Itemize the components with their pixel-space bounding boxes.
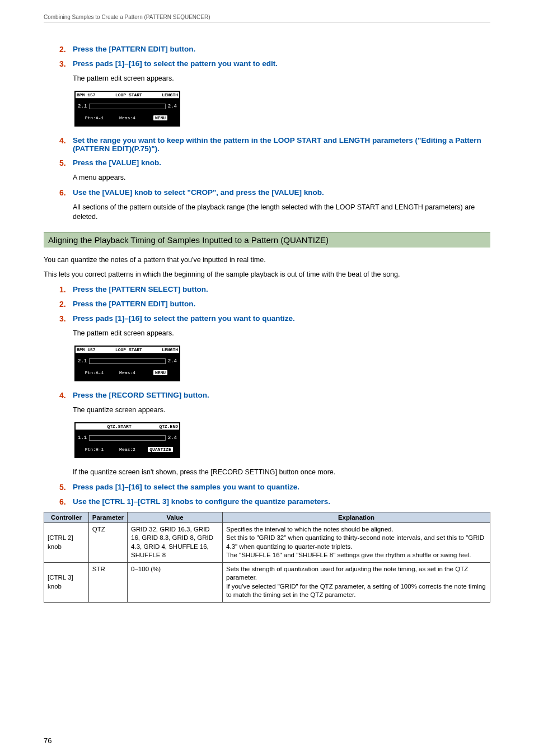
- step4a-post: ).: [155, 144, 160, 153]
- lcd1-ptn: Ptn:A-1: [78, 115, 111, 120]
- table-row: [CTRL 2] knob QTZ GRID 32, GRID 16.3, GR…: [44, 522, 490, 562]
- cell-expl: Sets the strength of quantization used f…: [223, 562, 490, 602]
- step-text: Press the [PATTERN SELECT] button.: [73, 285, 490, 294]
- step-5b: 5. Press pads [1]–[16] to select the sam…: [59, 483, 490, 492]
- step-text: Use the [VALUE] knob to select "CROP", a…: [73, 188, 490, 197]
- lcd3-left: 1.1: [78, 435, 87, 441]
- lcd1-bpm: BPM 157: [77, 92, 96, 97]
- lcd1-right: 2.4: [168, 104, 177, 109]
- cell-value: 0–100 (%): [128, 562, 223, 602]
- cell-param: STR: [88, 562, 127, 602]
- step-text: Press pads [1]–[16] to select the sample…: [73, 483, 490, 492]
- step-2b: 2. Press the [PATTERN EDIT] button.: [59, 300, 490, 309]
- step-num: 3.: [59, 314, 73, 323]
- step-num: 2.: [59, 45, 73, 54]
- lcd2-meas: Meas:4: [111, 370, 144, 375]
- lcd1-caption: The pattern edit screen appears.: [73, 74, 490, 83]
- step-text: Press the [VALUE] knob.: [73, 158, 490, 167]
- step-4a: 4. Set the range you want to keep within…: [59, 136, 490, 153]
- lcd2-bpm: BPM 157: [77, 347, 96, 352]
- step-text: Press the [PATTERN EDIT] button.: [73, 45, 490, 54]
- step-text: Press the [PATTERN EDIT] button.: [73, 300, 490, 309]
- step-6b: 6. Use the [CTRL 1]–[CTRL 3] knobs to co…: [59, 497, 490, 506]
- lcd2-left: 2.1: [78, 358, 87, 364]
- cell-value: GRID 32, GRID 16.3, GRID 16, GRID 8.3, G…: [128, 522, 223, 562]
- cell-controller: [CTRL 3] knob: [44, 562, 89, 602]
- step-text: Press pads [1]–[16] to select the patter…: [73, 59, 490, 68]
- th-explanation: Explanation: [223, 512, 490, 522]
- lcd2-menu: MENU: [153, 370, 167, 375]
- lcd2-right: 2.4: [168, 358, 177, 364]
- lcd1: BPM 157 LOOP START LENGTH 2.1 2.4 Ptn:A-…: [73, 89, 182, 128]
- step-text: Press the [RECORD SETTING] button.: [73, 391, 490, 400]
- step-num: 1.: [59, 285, 73, 294]
- step-text: Press pads [1]–[16] to select the patter…: [73, 314, 490, 323]
- lcd2-ptn: Ptn:A-1: [78, 370, 111, 375]
- lcd1-left: 2.1: [78, 104, 87, 109]
- lcd1-length: LENGTH: [162, 92, 178, 97]
- cell-param: QTZ: [88, 522, 127, 562]
- lcd3: QTZ.START QTZ.END 1.1 2.4 Ptn:H-1 Meas:2…: [73, 421, 182, 460]
- th-controller: Controller: [44, 512, 89, 522]
- table-row: [CTRL 3] knob STR 0–100 (%) Sets the str…: [44, 562, 490, 602]
- step5a-body: A menu appears.: [73, 173, 490, 183]
- step-3b: 3. Press pads [1]–[16] to select the pat…: [59, 314, 490, 323]
- step-5a: 5. Press the [VALUE] knob.: [59, 158, 490, 167]
- intro1: You can quantize the notes of a pattern …: [44, 255, 490, 265]
- step-num: 2.: [59, 300, 73, 309]
- intro2: This lets you correct patterns in which …: [44, 270, 490, 279]
- step-num: 6.: [59, 497, 73, 506]
- step-3a: 3. Press pads [1]–[16] to select the pat…: [59, 59, 490, 68]
- lcd3-note: If the quantize screen isn't shown, pres…: [73, 468, 490, 477]
- step-num: 6.: [59, 188, 73, 197]
- lcd3-ptn: Ptn:H-1: [78, 447, 111, 452]
- lcd3-caption: The quantize screen appears.: [73, 405, 490, 415]
- page-number: 76: [44, 736, 51, 745]
- step-2a: 2. Press the [PATTERN EDIT] button.: [59, 45, 490, 54]
- lcd1-meas: Meas:4: [111, 115, 144, 120]
- lcd3-right: 2.4: [168, 435, 177, 441]
- step-text: Set the range you want to keep within th…: [73, 136, 490, 153]
- lcd2-caption: The pattern edit screen appears.: [73, 329, 490, 338]
- step-num: 3.: [59, 59, 73, 68]
- step6a-body: All sections of the pattern outside of t…: [73, 203, 490, 222]
- lcd2-loopstart: LOOP START: [115, 347, 142, 352]
- section-quantize: Aligning the Playback Timing of Samples …: [44, 232, 490, 248]
- cell-controller: [CTRL 2] knob: [44, 522, 89, 562]
- lcd3-blank: [77, 424, 79, 429]
- th-value: Value: [128, 512, 223, 522]
- step-num: 4.: [59, 391, 73, 400]
- lcd2-length: LENGTH: [162, 347, 178, 352]
- page-header: Combining Samples to Create a Pattern (P…: [44, 14, 490, 22]
- lcd1-loopstart: LOOP START: [115, 92, 142, 97]
- step-num: 4.: [59, 136, 73, 153]
- th-parameter: Parameter: [88, 512, 127, 522]
- lcd1-menu: MENU: [153, 115, 167, 120]
- step-text: Use the [CTRL 1]–[CTRL 3] knobs to confi…: [73, 497, 490, 506]
- lcd3-menu: QUANTIZE: [148, 447, 172, 452]
- step-6a: 6. Use the [VALUE] knob to select "CROP"…: [59, 188, 490, 197]
- step4a-pre: Set the range you want to keep within th…: [73, 136, 418, 144]
- step-1b: 1. Press the [PATTERN SELECT] button.: [59, 285, 490, 294]
- lcd3-qtzstart: QTZ.START: [107, 424, 131, 429]
- param-table: Controller Parameter Value Explanation […: [44, 512, 490, 603]
- step-num: 5.: [59, 483, 73, 492]
- step-num: 5.: [59, 158, 73, 167]
- lcd2: BPM 157 LOOP START LENGTH 2.1 2.4 Ptn:A-…: [73, 344, 182, 383]
- lcd3-meas: Meas:2: [111, 447, 144, 452]
- step-4b: 4. Press the [RECORD SETTING] button.: [59, 391, 490, 400]
- lcd3-qtzend: QTZ.END: [159, 424, 178, 429]
- cell-expl: Specifies the interval to which the note…: [223, 522, 490, 562]
